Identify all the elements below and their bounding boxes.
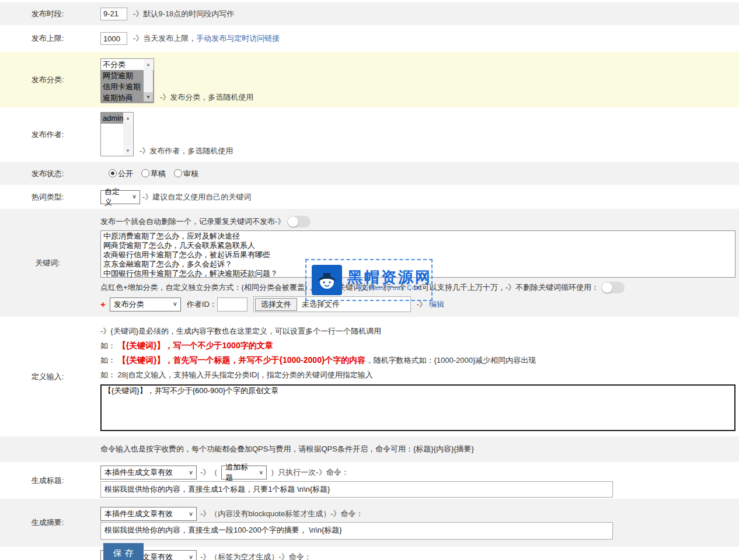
example-prefix: 如： [100, 356, 116, 365]
keywords-category-value: 发布分类 [114, 299, 144, 310]
file-input[interactable]: 选择文件 未选择文件 [253, 296, 411, 312]
publish-category-label: 发布分类: [0, 52, 95, 107]
gen-title-mid2: ）只执行一次-》命令： [270, 467, 348, 478]
publish-category-multiselect[interactable]: 不分类 网贷逾期 信用卡逾期 逾期协商 ▲ ▼ [100, 58, 154, 103]
gen-title-append-value: 追加标题 [225, 462, 254, 483]
radio-option-review[interactable]: 审核 [174, 169, 198, 179]
gen-title-append-select[interactable]: 追加标题 ∨ [221, 466, 267, 480]
keywords-label: 关键词: [0, 209, 95, 317]
scroll-down-icon[interactable]: ▼ [144, 92, 153, 102]
publish-category-hint: -》发布分类，多选随机使用 [160, 92, 253, 103]
chevron-down-icon: ∨ [189, 510, 193, 517]
publish-author-multiselect[interactable]: admin ▲ ▼ [100, 112, 134, 156]
publish-time-hint: -》默认9-18点的时间段内写作 [133, 9, 234, 19]
chevron-down-icon: ∨ [173, 301, 177, 307]
author-id-label: 作者ID： [187, 299, 217, 310]
row-define-input: 定义输入: -》{关键词}是必须的，生成内容字数也在这里定义，可以设置多个一行一… [0, 318, 739, 436]
row-gen-title: 生成标题: 本插件生成文章有效 ∨ -》（ 追加标题 ∨ ）只执行一次-》命令：… [0, 463, 739, 499]
row-command-note: 命令输入也是按字收费的，每个功能都会叠加QPS与费用，请根据QPS条件开启，命令… [0, 436, 739, 463]
gen-summary-mid: -》（内容没有blockquote标签才生成）-》命令： [200, 509, 364, 519]
publish-limit-label: 发布上限: [0, 26, 95, 51]
radio-option-public[interactable]: 公开 [109, 169, 133, 179]
keep-keywords-toggle[interactable] [601, 282, 625, 293]
row-keywords: 关键词: 发布一个就会自动删除一个，记录重复关键词不发布-》 中原消费逾期了怎么… [0, 209, 739, 318]
keywords-textarea[interactable]: 中原消费逾期了怎么办，应对及解决途径 网商贷逾期了怎么办，几天会联系紧急联系人 … [100, 230, 735, 278]
gen-title-command-input[interactable]: 根据我提供给你的内容，直接生成1个标题，只要1个标题 \n\n{标题} [100, 481, 613, 498]
define-input-label: 定义输入: [0, 318, 95, 435]
publish-time-label: 发布时段: [0, 2, 95, 25]
keywords-toggle-hint: 发布一个就会自动删除一个，记录重复关键词不发布-》 [100, 216, 285, 227]
row-hotword-type: 热词类型: 自定义 ∨ -》建议自定义使用自己的关键词 [0, 186, 739, 209]
define-input-textarea[interactable]: 【{关键词}】，并写不少于{600-900}个字的原创文章 [100, 384, 735, 431]
radio-option-draft[interactable]: 草稿 [141, 169, 166, 179]
hotword-type-value: 自定义 [104, 187, 127, 208]
radio-label: 草稿 [151, 169, 166, 178]
chevron-down-icon: ∨ [259, 469, 263, 475]
command-note-text: 命令输入也是按字收费的，每个功能都会叠加QPS与费用，请根据QPS条件开启，命令… [100, 444, 474, 454]
keywords-note: 点红色+增加分类，自定义独立分类方式：(相同分类会被覆盖)，制作txt关键词文件… [100, 282, 599, 293]
hotword-type-label: 热词类型: [0, 186, 95, 208]
save-button[interactable]: 保存 [103, 543, 144, 560]
publish-author-hint: -》发布作者，多选随机使用 [140, 146, 233, 156]
define-line2: 如： 【{关键词}】，写一个不少于1000字的文章 [100, 338, 739, 353]
define-line4: 如： 28|自定义输入，支持输入开头指定分类ID|，指定分类的关键词使用指定输入 [100, 368, 739, 382]
manual-publish-link[interactable]: 手动发布与定时访问链接 [196, 33, 280, 44]
publish-limit-hint: -》当天发布上限， [133, 33, 196, 44]
gen-summary-mode-select[interactable]: 本插件生成文章有效 ∨ [100, 507, 197, 521]
add-category-button[interactable]: + [100, 299, 106, 309]
example-prefix: 如： [100, 341, 116, 350]
gen-summary-label: 生成摘要: [0, 499, 95, 547]
hotword-type-hint: -》建议自定义使用自己的关键词 [142, 192, 251, 202]
example-red-text: 【{关键词}】，首先写一个标题，并写不少于{1000-2000}个字的内容 [118, 355, 366, 365]
gen-summary-mode-value: 本插件生成文章有效 [104, 509, 173, 519]
row-publish-author: 发布作者: admin ▲ ▼ -》发布作者，多选随机使用 [0, 108, 739, 162]
edit-link[interactable]: 编辑 [429, 299, 444, 310]
example-red-text: 【{关键词}】，写一个不少于1000字的文章 [118, 341, 273, 350]
publish-limit-input[interactable] [100, 32, 127, 45]
gen-summary-command-input[interactable]: 根据我提供给你的内容，直接生成一段100-200个字的摘要， \n\n{标题} [100, 522, 613, 540]
radio-icon[interactable] [141, 169, 149, 177]
radio-icon[interactable] [174, 169, 182, 177]
author-id-input[interactable] [217, 298, 248, 312]
edit-arrow-text: -》 [417, 299, 427, 310]
file-status-text: 未选择文件 [302, 299, 340, 310]
gen-title-mode-select[interactable]: 本插件生成文章有效 ∨ [100, 466, 197, 480]
scroll-up-icon[interactable]: ▲ [144, 60, 153, 69]
row-gen-summary: 生成摘要: 本插件生成文章有效 ∨ -》（内容没有blockquote标签才生成… [0, 499, 739, 548]
row-publish-limit: 发布上限: -》当天发布上限， 手动发布与定时访问链接 [0, 26, 739, 52]
category-scrollbar[interactable]: ▲ ▼ [144, 60, 153, 102]
example-rest-text: ，随机字数格式如：{1000-2000}减少相同内容出现 [365, 356, 536, 365]
scroll-up-icon[interactable]: ▲ [123, 113, 133, 123]
author-scrollbar[interactable]: ▲ ▼ [123, 113, 133, 155]
gen-tag-mid: -》（标签为空才生成）-》命令： [200, 552, 312, 560]
choose-file-button[interactable]: 选择文件 [255, 298, 297, 311]
chevron-down-icon: ∨ [189, 554, 193, 560]
empty-label [0, 548, 95, 560]
radio-icon[interactable] [109, 169, 117, 177]
define-line1: -》{关键词}是必须的，生成内容字数也在这里定义，可以设置多个一行一个随机调用 [100, 324, 739, 338]
gen-title-mid1: -》（ [200, 467, 218, 478]
chevron-down-icon: ∨ [189, 469, 193, 475]
row-publish-category: 发布分类: 不分类 网贷逾期 信用卡逾期 逾期协商 ▲ ▼ -》发布分类，多选随… [0, 52, 739, 108]
keywords-category-select[interactable]: 发布分类 ∨ [110, 298, 181, 312]
author-option[interactable]: admin [101, 113, 123, 124]
publish-status-label: 发布状态: [0, 162, 95, 185]
radio-label: 公开 [118, 169, 133, 178]
publish-time-input[interactable] [100, 8, 127, 20]
empty-label [0, 436, 95, 462]
gen-title-label: 生成标题: [0, 463, 95, 498]
scroll-down-icon[interactable]: ▼ [123, 146, 133, 155]
define-line3: 如： 【{关键词}】，首先写一个标题，并写不少于{1000-2000}个字的内容… [100, 353, 739, 368]
row-publish-time: 发布时段: -》默认9-18点的时间段内写作 [0, 2, 739, 26]
chevron-down-icon: ∨ [132, 194, 137, 200]
auto-delete-toggle[interactable] [287, 216, 311, 228]
publish-author-label: 发布作者: [0, 108, 95, 161]
gen-title-mode-value: 本插件生成文章有效 [104, 467, 173, 478]
row-publish-status: 发布状态: 公开 草稿 审核 [0, 162, 739, 186]
hotword-type-select[interactable]: 自定义 ∨ [100, 190, 140, 204]
radio-label: 审核 [183, 169, 198, 178]
